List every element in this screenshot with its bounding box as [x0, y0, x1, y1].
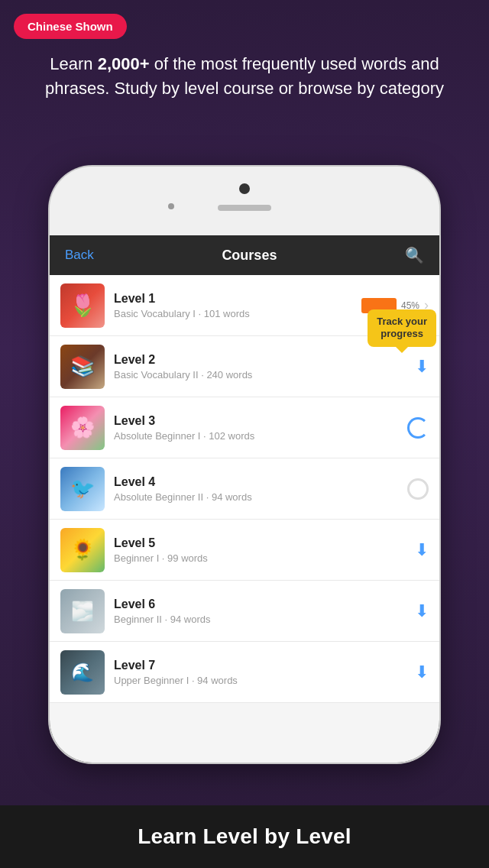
course-info-1: Level 1 Basic Vocabulary I · 101 words	[114, 292, 361, 319]
course-item-7[interactable]: Level 7 Upper Beginner I · 94 words ⬇	[50, 642, 439, 703]
course-thumb-5	[60, 528, 105, 572]
bottom-label-text: Learn Level by Level	[138, 824, 351, 849]
course-action-4	[407, 478, 429, 500]
download-icon-5[interactable]: ⬇	[415, 540, 429, 560]
course-item-4[interactable]: Level 4 Absolute Beginner II · 94 words	[50, 458, 439, 520]
download-icon-2[interactable]: ⬇	[415, 357, 429, 377]
course-action-2: Track yourprogress ⬇	[415, 357, 429, 377]
course-item-3[interactable]: Level 3 Absolute Beginner I · 102 words	[50, 397, 439, 458]
phone-top	[50, 167, 439, 235]
chinese-shown-badge: Chinese Shown	[14, 14, 127, 39]
course-title-1: Level 1	[114, 292, 361, 306]
phone-speaker	[218, 205, 271, 211]
hero-highlight: 2,000+	[98, 54, 150, 73]
course-subtitle-6: Beginner II · 94 words	[114, 614, 415, 625]
course-action-5: ⬇	[415, 540, 429, 560]
course-title-3: Level 3	[114, 414, 407, 428]
search-icon[interactable]: 🔍	[405, 246, 424, 264]
phone-camera	[239, 183, 250, 194]
course-info-6: Level 6 Beginner II · 94 words	[114, 598, 415, 625]
download-icon-7[interactable]: ⬇	[415, 662, 429, 682]
course-subtitle-5: Beginner I · 99 words	[114, 552, 415, 564]
phone-shell: Back Courses 🔍 Level 1 Basic Vocabulary …	[50, 167, 439, 763]
course-thumb-4	[60, 467, 105, 511]
course-action-3	[407, 417, 429, 439]
circle-progress-3	[407, 417, 429, 439]
circle-empty-4	[407, 478, 429, 500]
course-title-5: Level 5	[114, 536, 415, 550]
courses-title: Courses	[222, 248, 277, 264]
course-info-7: Level 7 Upper Beginner I · 94 words	[114, 659, 415, 686]
badge-label: Chinese Shown	[28, 20, 113, 33]
course-info-3: Level 3 Absolute Beginner I · 102 words	[114, 414, 407, 442]
course-item-5[interactable]: Level 5 Beginner I · 99 words ⬇	[50, 520, 439, 581]
course-thumb-1	[60, 283, 105, 328]
course-subtitle-1: Basic Vocabulary I · 101 words	[114, 308, 361, 319]
track-progress-tooltip: Track yourprogress	[368, 309, 436, 348]
course-title-6: Level 6	[114, 598, 415, 611]
course-list: Level 1 Basic Vocabulary I · 101 words 4…	[50, 275, 439, 763]
course-thumb-3	[60, 406, 105, 450]
app-header: Back Courses 🔍	[50, 235, 439, 275]
course-subtitle-4: Absolute Beginner II · 94 words	[114, 491, 407, 503]
course-subtitle-7: Upper Beginner I · 94 words	[114, 675, 415, 686]
phone-dot	[168, 203, 174, 209]
course-subtitle-3: Absolute Beginner I · 102 words	[114, 430, 407, 442]
download-icon-6[interactable]: ⬇	[415, 601, 429, 621]
course-info-2: Level 2 Basic Vocabulary II · 240 words	[114, 353, 415, 381]
hero-text: Learn 2,000+ of the most frequently used…	[0, 52, 489, 101]
course-action-6: ⬇	[415, 601, 429, 621]
course-title-2: Level 2	[114, 353, 415, 367]
course-info-5: Level 5 Beginner I · 99 words	[114, 536, 415, 564]
course-action-7: ⬇	[415, 662, 429, 682]
course-subtitle-2: Basic Vocabulary II · 240 words	[114, 369, 415, 381]
course-thumb-6	[60, 589, 105, 633]
course-thumb-2	[60, 345, 105, 389]
course-title-7: Level 7	[114, 659, 415, 672]
course-item-2[interactable]: Level 2 Basic Vocabulary II · 240 words …	[50, 336, 439, 397]
course-title-4: Level 4	[114, 475, 407, 489]
course-info-4: Level 4 Absolute Beginner II · 94 words	[114, 475, 407, 503]
course-item-6[interactable]: Level 6 Beginner II · 94 words ⬇	[50, 581, 439, 642]
bottom-label-bar: Learn Level by Level	[0, 805, 489, 868]
back-button[interactable]: Back	[65, 248, 94, 263]
course-thumb-7	[60, 650, 105, 695]
phone-screen: Back Courses 🔍 Level 1 Basic Vocabulary …	[50, 235, 439, 763]
